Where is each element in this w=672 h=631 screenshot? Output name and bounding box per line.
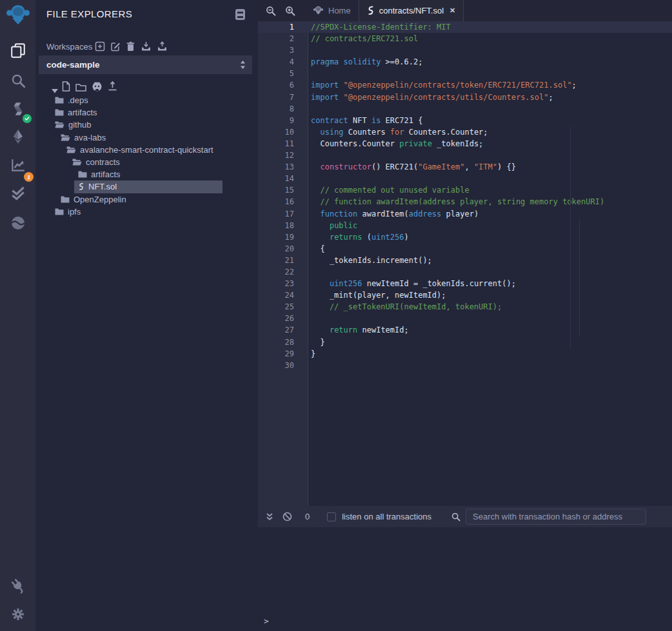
code-line[interactable]: 14 [258, 173, 672, 184]
dropdown-arrows-icon [240, 60, 246, 72]
tree-item-artifacts[interactable]: artifacts [35, 106, 258, 119]
code-line[interactable]: 29} [258, 348, 672, 360]
code-line[interactable]: 25 // _setTokenURI(newItemId, tokenURI); [258, 301, 672, 313]
code-line[interactable]: 28 } [258, 336, 672, 348]
transaction-search-input[interactable] [466, 509, 646, 525]
tree-item-ava-labs[interactable]: ava-labs [35, 131, 258, 144]
code-line[interactable]: 12 [258, 150, 672, 161]
tree-item-contracts[interactable]: contracts [35, 156, 258, 168]
line-number: 2 [258, 33, 309, 44]
sidebar-item-analysis[interactable]: 1 [0, 153, 35, 177]
file-explorer-icon [10, 42, 26, 59]
tree-item--deps[interactable]: .deps [35, 94, 258, 106]
sidebar-item-plugin-manager[interactable] [0, 574, 35, 597]
code-line[interactable]: 20 { [258, 243, 672, 255]
line-number: 30 [258, 360, 309, 371]
code-line[interactable]: 9contract NFT is ERC721 { [258, 115, 672, 126]
code-line[interactable]: 30 [258, 360, 672, 371]
tree-item-artifacts[interactable]: artifacts [35, 168, 258, 180]
tab-close-icon[interactable]: ✕ [450, 6, 455, 15]
code-text: // function awardItem(address player, st… [309, 196, 604, 208]
code-text: contract NFT is ERC721 { [309, 115, 422, 126]
code-line[interactable]: 17 function awardItem(address player) [258, 208, 672, 220]
delete-workspace-icon[interactable] [126, 41, 135, 52]
sidebar-item-settings[interactable] [0, 603, 35, 626]
code-line[interactable]: 27 return newItemId; [258, 324, 672, 336]
line-number: 7 [258, 92, 309, 103]
terminal-output[interactable]: > [258, 527, 672, 631]
code-line[interactable]: 6import "@openzeppelin/contracts/token/E… [258, 79, 672, 91]
sidebar-item-file-explorer[interactable] [0, 39, 35, 62]
new-file-icon[interactable] [62, 81, 70, 94]
tab-home[interactable]: Home [305, 0, 359, 21]
code-text: returns (uint256) [309, 231, 409, 243]
clear-console-icon[interactable] [282, 512, 292, 521]
code-line[interactable]: 15 // commented out unused variable [258, 184, 672, 196]
remix-logo-icon[interactable] [0, 4, 35, 27]
tree-item-github[interactable]: github [35, 119, 258, 131]
line-number: 22 [258, 266, 309, 278]
editor-tabbar: Home contracts/NFT.sol ✕ [258, 0, 672, 21]
workspaces-label: Workspaces [46, 42, 92, 52]
create-workspace-icon[interactable] [95, 41, 105, 52]
code-line[interactable]: 18 public [258, 220, 672, 231]
code-line[interactable]: 13 constructor() ERC721("GameItem", "ITM… [258, 161, 672, 173]
code-line[interactable]: 2// contracts/ERC721.sol [258, 33, 672, 44]
terminal-prompt: > [264, 616, 269, 626]
code-line[interactable]: 16 // function awardItem(address player,… [258, 196, 672, 208]
code-line[interactable]: 3 [258, 44, 672, 56]
code-text: { [309, 243, 325, 255]
code-line[interactable]: 5 [258, 68, 672, 79]
sidebar-item-deploy-run[interactable] [0, 125, 35, 148]
line-number: 3 [258, 44, 309, 56]
line-number: 27 [258, 324, 309, 336]
expand-terminal-icon[interactable] [266, 512, 273, 521]
code-line[interactable]: 8 [258, 103, 672, 115]
line-number: 11 [258, 138, 309, 150]
folder-closed-icon [55, 208, 64, 215]
sidebar-item-plugin-circle[interactable] [0, 211, 35, 235]
line-number: 28 [258, 336, 309, 348]
tree-item-nft-sol[interactable]: NFT.sol [35, 180, 258, 193]
code-line[interactable]: 4pragma solidity >=0.6.2; [258, 56, 672, 68]
code-text: using Counters for Counters.Counter; [309, 126, 488, 138]
line-number: 18 [258, 220, 309, 231]
code-line[interactable]: 21 _tokenIds.increment(); [258, 255, 672, 266]
zoom-in-icon[interactable] [281, 0, 300, 21]
code-text: // contracts/ERC721.sol [309, 33, 418, 44]
zoom-out-icon[interactable] [261, 0, 281, 21]
code-text [309, 313, 311, 324]
solidity-file-icon [78, 182, 84, 191]
code-line[interactable]: 23 uint256 newItemId = _tokenIds.current… [258, 278, 672, 289]
listen-transactions-checkbox[interactable] [327, 512, 336, 521]
download-workspace-icon[interactable] [141, 41, 152, 52]
tree-item-label: ava-labs [74, 133, 106, 142]
code-text: import "@openzeppelin/contracts/utils/Co… [309, 92, 553, 103]
code-line[interactable]: 10 using Counters for Counters.Counter; [258, 126, 672, 138]
tree-item-openzeppelin[interactable]: OpenZeppelin [35, 193, 258, 206]
code-line[interactable]: 11 Counters.Counter private _tokenIds; [258, 138, 672, 150]
file-explorers-panel: FILE EXPLORERS Workspaces [35, 0, 258, 631]
terminal-search-icon [451, 512, 460, 521]
code-line[interactable]: 19 returns (uint256) [258, 231, 672, 243]
code-line[interactable]: 24 _mint(player, newItemId); [258, 289, 672, 301]
rename-workspace-icon[interactable] [110, 41, 121, 52]
code-editor[interactable]: 1//SPDX-License-Identifier: MIT2// contr… [258, 21, 672, 506]
github-clone-icon[interactable] [92, 81, 103, 94]
code-line[interactable]: 26 [258, 313, 672, 324]
upload-file-icon[interactable] [108, 81, 117, 93]
code-line[interactable]: 1//SPDX-License-Identifier: MIT [258, 21, 672, 33]
code-text: Counters.Counter private _tokenIds; [309, 138, 483, 150]
book-icon[interactable] [235, 9, 245, 20]
tree-item-ipfs[interactable]: ipfs [35, 206, 258, 218]
sidebar-item-solidity-compiler[interactable] [0, 97, 35, 121]
tree-item-avalanche-smart-contract-quickstart[interactable]: avalanche-smart-contract-quickstart [35, 144, 258, 156]
workspace-select[interactable]: code-sample [39, 55, 252, 74]
tab-nft-sol[interactable]: contracts/NFT.sol ✕ [359, 0, 464, 21]
new-folder-icon[interactable] [75, 83, 86, 94]
upload-workspace-icon[interactable] [157, 41, 168, 52]
sidebar-item-search[interactable] [0, 69, 35, 92]
sidebar-item-unit-testing[interactable] [0, 182, 35, 205]
code-line[interactable]: 22 [258, 266, 672, 278]
code-line[interactable]: 7import "@openzeppelin/contracts/utils/C… [258, 92, 672, 103]
